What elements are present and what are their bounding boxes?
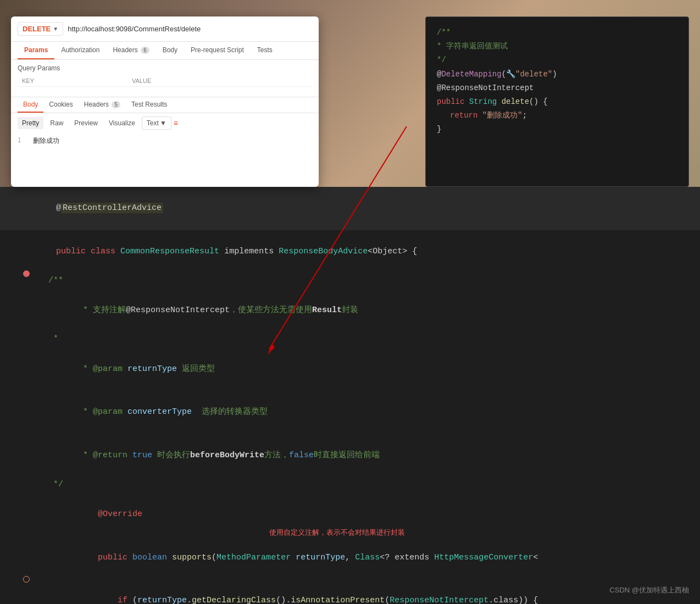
query-params-section: Query Params KEY VALUE [11, 60, 319, 91]
resp-raw[interactable]: Raw [46, 117, 68, 129]
resp-icon: ≡ [174, 119, 178, 128]
resp-tab-test-results[interactable]: Test Results [126, 97, 173, 113]
code-line-jdoc3: * [0, 332, 700, 347]
tab-params[interactable]: Params [18, 42, 54, 59]
response-toolbar: Pretty Raw Preview Visualize Text ▼ ≡ [11, 113, 319, 133]
ide-line-3: */ [437, 53, 677, 67]
jdoc-line-2: * 支持注解@ResponseNotIntercept，使某些方法无需使用Res… [44, 289, 700, 333]
code-line-jdoc4: * @param returnType 返回类型 [0, 347, 700, 391]
code-line-jdoc7: */ [0, 478, 700, 493]
csdn-watermark: CSDN @伏加特遇上西柚 [609, 585, 689, 595]
ide-line-4: @DeleteMapping(🔧"delete") [437, 68, 677, 81]
jdoc-line-4: * @param returnType 返回类型 [44, 347, 700, 391]
bookmark-10[interactable] [23, 576, 30, 583]
resp-format-arrow: ▼ [160, 119, 166, 127]
tab-body[interactable]: Body [156, 42, 184, 59]
annotation-label: 使用自定义注解，表示不会对结果进行封装 [269, 528, 405, 537]
resp-format-label: Text [147, 119, 159, 127]
resp-pretty[interactable]: Pretty [18, 117, 43, 129]
params-header: KEY VALUE [18, 75, 312, 87]
code-line-supports: public boolean supports(MethodParameter … [0, 536, 700, 579]
ide-line-7: return "删除成功"; [437, 109, 677, 123]
ide-line-8: } [437, 123, 677, 136]
headers-badge: 6 [141, 47, 149, 54]
code-line-if1: if (returnType.getDeclaringClass().isAnn… [0, 579, 700, 604]
ide-code-block: /** * 字符串返回值测试 */ @DeleteMapping(🔧"delet… [437, 26, 677, 137]
resp-preview[interactable]: Preview [70, 117, 102, 129]
supports-method: public boolean supports(MethodParameter … [44, 536, 700, 579]
ide-line-6: public String delete() { [437, 95, 677, 109]
breakpoint-1[interactable] [23, 270, 30, 277]
jdoc-line-7: */ [44, 478, 700, 492]
tab-pre-request[interactable]: Pre-request Script [184, 42, 251, 59]
query-params-label: Query Params [18, 64, 312, 72]
jdoc-line-3: * [44, 332, 700, 346]
url-input[interactable] [68, 25, 312, 33]
ide-line-5: @ResponseNotIntercept [437, 81, 677, 95]
code-line-jdoc1: /** [0, 274, 700, 289]
key-header: KEY [18, 77, 127, 84]
value-header: VALUE [127, 77, 312, 84]
tab-authorization[interactable]: Authorization [54, 42, 106, 59]
class-declaration: public class CommonResponseResult implem… [22, 230, 700, 274]
postman-panel: DELETE ▼ Params Authorization Headers 6 … [11, 16, 319, 187]
code-line-class: public class CommonResponseResult implem… [0, 230, 700, 274]
resp-tab-body[interactable]: Body [18, 97, 43, 113]
line-number-1: 1 [18, 136, 26, 146]
tab-headers[interactable]: Headers 6 [106, 42, 155, 59]
method-label: DELETE [23, 25, 51, 33]
resp-visualize[interactable]: Visualize [104, 117, 140, 129]
resp-tab-cookies[interactable]: Cookies [43, 97, 78, 113]
if1-content: if (returnType.getDeclaringClass().isAnn… [44, 579, 700, 604]
code-line-jdoc2: * 支持注解@ResponseNotIntercept，使某些方法无需使用Res… [0, 289, 700, 333]
annotation-advice: @RestControllerAdvice [22, 187, 700, 230]
request-tabs: Params Authorization Headers 6 Body Pre-… [11, 42, 319, 60]
resp-format-select[interactable]: Text ▼ [142, 117, 171, 130]
ide-line-2: * 字符串返回值测试 [437, 40, 677, 53]
code-line-jdoc5: * @param converterType 选择的转换器类型 [0, 391, 700, 434]
ide-right-panel: /** * 字符串返回值测试 */ @DeleteMapping(🔧"delet… [425, 16, 689, 187]
ide-line-1: /** [437, 26, 677, 40]
code-line-annotation: @RestControllerAdvice [0, 187, 700, 230]
response-tabs: Body Cookies Headers 5 Test Results [11, 97, 319, 113]
method-dropdown-arrow: ▼ [53, 26, 58, 32]
response-body: 1 删除成功 [11, 133, 319, 149]
method-select[interactable]: DELETE ▼ [18, 22, 63, 36]
jdoc-line-5: * @param converterType 选择的转换器类型 [44, 391, 700, 434]
url-bar: DELETE ▼ [11, 16, 319, 42]
jdoc-line-1: /** [44, 274, 700, 288]
tab-tests[interactable]: Tests [251, 42, 279, 59]
jdoc-line-6: * @return true 时会执行beforeBodyWrite方法，fal… [44, 434, 700, 478]
response-text-1: 删除成功 [33, 136, 59, 146]
resp-tab-headers[interactable]: Headers 5 [79, 97, 126, 113]
code-line-jdoc6: * @return true 时会执行beforeBodyWrite方法，fal… [0, 434, 700, 478]
response-line-1: 1 删除成功 [18, 136, 312, 146]
resp-headers-badge: 5 [112, 101, 120, 108]
main-code-area: @RestControllerAdvice public class Commo… [0, 187, 700, 604]
